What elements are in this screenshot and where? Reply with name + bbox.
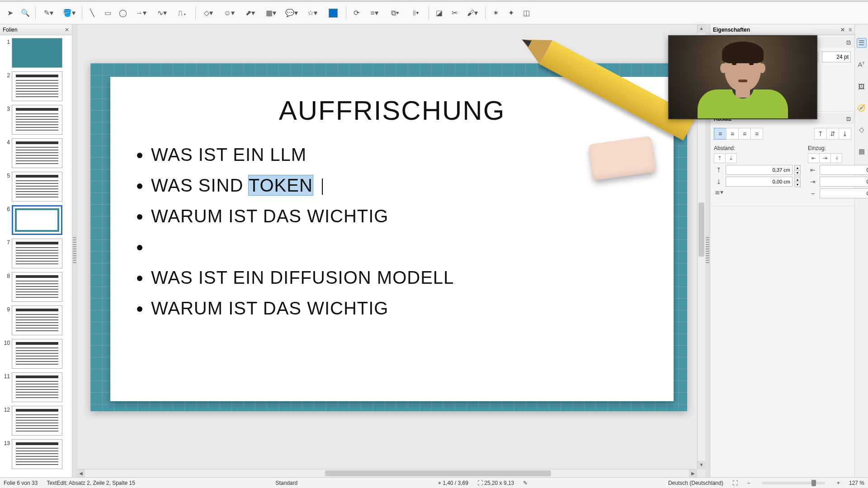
slide-thumbnail[interactable]: [12, 439, 62, 469]
spacing-inc-icon[interactable]: ⇡: [714, 153, 726, 163]
extrusion-tool[interactable]: ◫: [519, 6, 533, 20]
fill-color-tool[interactable]: 🪣▾: [59, 6, 79, 20]
bullet-item[interactable]: [151, 237, 648, 258]
rectangle-tool[interactable]: ▭: [100, 6, 115, 20]
crop-tool[interactable]: ✂: [447, 6, 462, 20]
gallery-tab-icon[interactable]: 🖼: [857, 81, 867, 91]
slide-title[interactable]: AUFFRISCHUNG: [110, 95, 674, 126]
scroll-up-icon[interactable]: ▲: [698, 24, 705, 33]
slide-thumbnail[interactable]: [12, 339, 62, 369]
slide-thumbnail[interactable]: [12, 305, 62, 335]
thumb-number: 6: [2, 205, 10, 212]
slide-thumbnails[interactable]: 1 2 3 4 5 6 7 8 9 10 11 12 13: [0, 35, 72, 477]
scroll-right-icon[interactable]: ▶: [689, 469, 697, 477]
symbol-shapes-tool[interactable]: ☺▾: [219, 6, 239, 20]
thumb-number: 7: [2, 239, 10, 246]
3d-objects-tool[interactable]: [323, 6, 343, 20]
slide-thumbnail[interactable]: [12, 239, 62, 268]
zoom-in-button[interactable]: +: [837, 480, 840, 486]
status-signature-icon[interactable]: ✎: [523, 480, 528, 486]
indent-after-input[interactable]: [820, 177, 868, 187]
expand-icon[interactable]: ⊡: [846, 116, 851, 122]
stars-tool[interactable]: ☆▾: [302, 6, 322, 20]
zoom-slider[interactable]: [762, 482, 825, 484]
bullet-item[interactable]: WAS IST EIN DIFFUSION MODELL: [151, 267, 648, 289]
status-zoom[interactable]: 127 %: [849, 480, 864, 486]
slide-thumbnail[interactable]: [12, 38, 62, 68]
styles-tab-icon[interactable]: Aᵀ: [857, 60, 867, 70]
zoom-out-button[interactable]: −: [747, 480, 750, 486]
callout-tool[interactable]: 💬▾: [282, 6, 302, 20]
panel-splitter[interactable]: [72, 24, 77, 477]
slide-thumbnail[interactable]: [12, 71, 62, 101]
distribute-tool[interactable]: ⫴▾: [406, 6, 426, 20]
spin-down[interactable]: ▼: [794, 182, 801, 187]
curve-tool[interactable]: ∿▾: [152, 6, 172, 20]
ellipse-tool[interactable]: ◯: [116, 6, 130, 20]
spacing-dec-icon[interactable]: ⇣: [725, 153, 737, 163]
arrange-tool[interactable]: ⧉▾: [385, 6, 405, 20]
font-size-select[interactable]: [822, 52, 851, 62]
close-icon[interactable]: ✕: [65, 27, 69, 33]
slide-background[interactable]: AUFFRISCHUNG WAS IST EIN LLM WAS SIND TO…: [90, 63, 687, 411]
indent-first-input[interactable]: [820, 188, 868, 198]
align-left-button[interactable]: ≡: [714, 128, 726, 140]
line-tool[interactable]: ╲: [85, 6, 99, 20]
spin-down[interactable]: ▼: [794, 170, 801, 175]
slide-thumbnail[interactable]: [12, 272, 62, 302]
filter-tool[interactable]: 🖌▾: [462, 6, 482, 20]
indent-dec-icon[interactable]: ⇤: [808, 153, 820, 163]
slide-thumbnail[interactable]: [12, 372, 62, 402]
indent-before-input[interactable]: [820, 165, 868, 175]
bullet-item[interactable]: WARUM IST DAS WICHTIG: [151, 298, 648, 320]
indent-inc-icon[interactable]: ⇥: [819, 153, 831, 163]
line-color-tool[interactable]: ✎▾: [38, 6, 58, 20]
align-tool[interactable]: ≡▾: [364, 6, 384, 20]
status-coords: ⌖ 1,40 / 3,69: [438, 480, 468, 486]
block-arrows-tool[interactable]: ⬈▾: [240, 6, 260, 20]
slide-thumbnail[interactable]: [12, 138, 62, 168]
properties-tab-icon[interactable]: ☰: [857, 38, 867, 48]
slide-thumbnail[interactable]: [12, 205, 62, 235]
shadow-tool[interactable]: ◪: [432, 6, 446, 20]
valign-middle-button[interactable]: ⇵: [826, 128, 839, 140]
slide-bullet-list[interactable]: WAS IST EIN LLM WAS SIND TOKEN WARUM IST…: [136, 145, 648, 329]
connector-tool[interactable]: ⎍▾: [173, 6, 193, 20]
flowchart-tool[interactable]: ▦▾: [261, 6, 281, 20]
line-spacing-icon[interactable]: ≣▾: [714, 188, 724, 196]
scrollbar-thumb[interactable]: [698, 202, 704, 257]
zoom-tool[interactable]: 🔍: [18, 6, 33, 20]
glue-points-tool[interactable]: ✦: [504, 6, 518, 20]
valign-top-button[interactable]: ⤒: [814, 128, 827, 140]
arrow-tool[interactable]: →▾: [131, 6, 151, 20]
bullet-item[interactable]: WAS SIND TOKEN: [151, 175, 648, 197]
horizontal-scrollbar[interactable]: ◀ ▶: [77, 469, 697, 477]
indent-hanging-icon[interactable]: ⫞: [830, 153, 842, 163]
expand-icon[interactable]: ⊡: [846, 39, 851, 46]
rotate-tool[interactable]: ⟳: [349, 6, 363, 20]
basic-shapes-tool[interactable]: ◇▾: [198, 6, 218, 20]
scroll-down-icon[interactable]: ▼: [698, 461, 705, 469]
menu-icon[interactable]: ≡: [849, 27, 852, 33]
close-icon[interactable]: ✕: [840, 27, 845, 33]
valign-bottom-button[interactable]: ⤓: [839, 128, 851, 140]
space-above-input[interactable]: [726, 165, 793, 175]
points-tool[interactable]: ✶: [488, 6, 503, 20]
pointer-tool[interactable]: ➤: [3, 6, 17, 20]
align-justify-button[interactable]: ≡: [750, 128, 763, 140]
align-center-button[interactable]: ≡: [726, 128, 739, 140]
shapes-tab-icon[interactable]: ◇: [857, 125, 867, 135]
scroll-left-icon[interactable]: ◀: [77, 469, 85, 477]
status-language[interactable]: Deutsch (Deutschland): [668, 480, 723, 486]
slide-thumbnail[interactable]: [12, 105, 62, 135]
slide-thumbnail[interactable]: [12, 406, 62, 436]
thumb-number: 2: [2, 71, 10, 79]
align-right-button[interactable]: ≡: [738, 128, 751, 140]
slide-thumbnail[interactable]: [12, 172, 62, 202]
navigator-tab-icon[interactable]: 🧭: [857, 103, 867, 113]
space-below-input[interactable]: [726, 177, 793, 187]
scrollbar-thumb[interactable]: [325, 470, 551, 476]
fit-page-icon[interactable]: ⛶: [732, 480, 738, 486]
bullet-item[interactable]: WAS IST EIN LLM: [151, 145, 648, 166]
bullet-item[interactable]: WARUM IST DAS WICHTIG: [151, 206, 648, 228]
